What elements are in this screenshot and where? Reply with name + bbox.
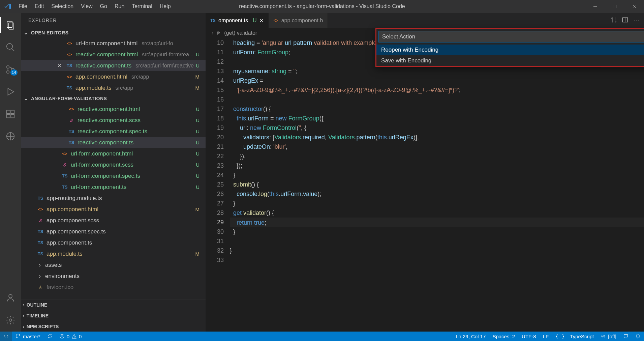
svg-point-22 [17,337,18,338]
file-item[interactable]: TSapp.component.spec.ts [21,226,206,237]
remote-tab[interactable] [0,128,21,144]
file-item[interactable]: TSurl-form.component.tsU [21,181,206,193]
section-outline[interactable]: ›OUTLINE [21,299,206,310]
notifications-icon[interactable] [632,332,644,341]
file-item[interactable]: TSreactive.component.spec.tsU [21,126,206,137]
run-debug-tab[interactable] [0,84,21,100]
eol-status[interactable]: LF [540,332,552,341]
minimize-button[interactable] [585,0,605,13]
section-label: NPM SCRIPTS [27,324,59,329]
project-header[interactable]: ⌄ ANGULAR-FORM-VALIDATIONS [21,93,206,104]
section-npm-scripts[interactable]: ›NPM SCRIPTS [21,321,206,332]
svg-rect-5 [9,23,14,29]
file-name: app.module.ts [47,251,83,257]
file-item[interactable]: TSurl-form.component.spec.tsU [21,170,206,181]
open-editor-item[interactable]: TSapp.module.tssrc\appM [21,82,206,93]
file-item[interactable]: 𝓢app.component.scss [21,215,206,226]
remote-indicator[interactable] [0,332,12,341]
menu-view[interactable]: View [78,1,96,11]
svg-rect-1 [613,5,616,8]
editor-tab[interactable]: <>app.component.h [269,13,328,28]
menu-file[interactable]: File [15,1,31,11]
close-icon[interactable]: ✕ [259,18,264,23]
close-icon[interactable]: ✕ [57,63,62,69]
file-item[interactable]: ★favicon.ico [21,282,206,293]
html-icon: <> [68,107,75,112]
sync-button[interactable] [44,332,56,341]
quick-pick-popup: Select Action Reopen with EncodingSave w… [375,28,644,67]
encoding-status[interactable]: UTF-8 [518,332,540,341]
search-tab[interactable] [0,39,21,55]
file-item[interactable]: TSapp-routing.module.ts [21,193,206,204]
quick-pick-option[interactable]: Reopen with Encoding [376,45,644,55]
close-button[interactable] [624,0,644,13]
problems-indicator[interactable]: 0 0 [56,332,85,341]
open-editor-item[interactable]: <>app.component.htmlsrc\appM [21,71,206,82]
git-branch[interactable]: master* [12,332,44,341]
file-item[interactable]: 𝓢reactive.component.scssU [21,115,206,126]
extensions-tab[interactable] [0,106,21,122]
chevron-right-icon: › [23,302,25,308]
file-name: reactive.component.html [78,106,140,113]
feedback-icon[interactable] [620,332,632,341]
typescript-icon: TS [66,85,73,90]
language-mode[interactable]: { } TypeScript [552,332,597,341]
tab-label: omponent.ts [218,18,248,24]
file-name: url-form.component.html [75,40,137,47]
breadcrumb-item[interactable]: (get) validator [224,30,257,36]
maximize-button[interactable] [605,0,624,13]
editor-tab[interactable]: TSomponent.tsU✕ [206,13,269,28]
folder-item[interactable]: ›environments [21,271,206,282]
file-item[interactable]: <>reactive.component.htmlU [21,104,206,115]
wrench-icon [216,30,221,36]
git-status: U [196,106,200,112]
indent-status[interactable]: Spaces: 2 [489,332,518,341]
html-icon: <> [66,41,73,46]
file-item[interactable]: <>app.component.htmlM [21,204,206,215]
svg-point-17 [9,294,12,298]
menu-edit[interactable]: Edit [31,1,48,11]
explorer-tab[interactable] [0,17,21,33]
git-status: U [196,117,200,123]
git-status: U [196,173,200,179]
file-name: assets [45,262,62,268]
quick-pick-input[interactable]: Select Action [378,31,644,42]
menu-selection[interactable]: Selection [48,1,77,11]
file-name: app-routing.module.ts [47,195,102,202]
quick-pick-option[interactable]: Save with Encoding [376,55,644,66]
file-item[interactable]: 𝓢url-form.component.scssU [21,159,206,170]
folder-item[interactable]: ›assets [21,259,206,271]
file-item[interactable]: TSreactive.component.tsU [21,137,206,148]
open-editor-item[interactable]: ✕TSreactive.component.tssrc\app\url-form… [21,60,206,71]
menu-go[interactable]: Go [97,1,111,11]
open-editor-item[interactable]: <>reactive.component.htmlsrc\app\url-for… [21,49,206,60]
menu-run[interactable]: Run [111,1,128,11]
section-label: OUTLINE [27,302,47,308]
favicon-icon: ★ [37,285,44,290]
account-icon[interactable] [0,290,21,306]
file-item[interactable]: <>url-form.component.htmlU [21,148,206,159]
file-name: url-form.component.scss [71,162,133,168]
file-name: url-form.component.html [71,150,133,157]
file-name: app.component.scss [47,217,99,224]
split-editor-icon[interactable] [622,17,628,25]
code-editor[interactable]: 1011121314151617181920212223242526272829… [206,38,644,332]
svg-point-8 [7,66,9,68]
settings-gear-icon[interactable] [0,312,21,328]
source-control-tab[interactable]: 14 [0,61,21,78]
open-editors-header[interactable]: ⌄ OPEN EDITORS [21,28,206,38]
file-item[interactable]: TSapp.module.tsM [21,248,206,259]
section-timeline[interactable]: ›TIMELINE [21,310,206,321]
file-item[interactable]: TSapp.component.ts [21,237,206,248]
menu-help[interactable]: Help [156,1,174,11]
svg-point-21 [17,335,18,336]
cursor-position[interactable]: Ln 29, Col 17 [452,332,489,341]
git-status: U [196,129,200,134]
open-editor-item[interactable]: <>url-form.component.htmlsrc\app\url-fo [21,38,206,49]
file-name: reactive.component.html [75,51,138,58]
menu-terminal[interactable]: Terminal [128,1,155,11]
live-server-status[interactable]: [off] [597,332,620,341]
more-actions-icon[interactable]: ⋯ [633,17,639,24]
compare-changes-icon[interactable] [610,17,617,25]
section-label: TIMELINE [27,313,49,318]
